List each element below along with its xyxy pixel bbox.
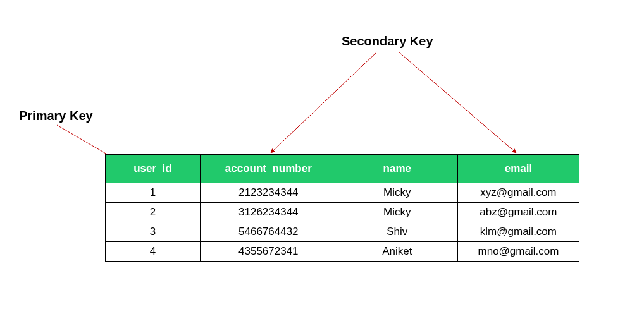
cell-account-number: 2123234344 [200,183,337,203]
cell-account-number: 3126234344 [200,203,337,222]
table-row: 3 5466764432 Shiv klm@gmail.com [106,222,579,242]
arrow-secondary-to-account [271,52,377,153]
table-row: 1 2123234344 Micky xyz@gmail.com [106,183,579,203]
cell-account-number: 4355672341 [200,242,337,262]
cell-user-id: 2 [106,203,201,222]
table-header-row: user_id account_number name email [106,155,579,183]
cell-name: Micky [337,203,457,222]
cell-email: abz@gmail.com [457,203,579,222]
table-row: 2 3126234344 Micky abz@gmail.com [106,203,579,222]
table-row: 4 4355672341 Aniket mno@gmail.com [106,242,579,262]
cell-email: mno@gmail.com [457,242,579,262]
primary-key-label: Primary Key [19,109,93,123]
cell-email: xyz@gmail.com [457,183,579,203]
cell-email: klm@gmail.com [457,222,579,242]
cell-user-id: 1 [106,183,201,203]
col-header-name: name [337,155,457,183]
cell-name: Shiv [337,222,457,242]
cell-name: Aniket [337,242,457,262]
col-header-user-id: user_id [106,155,201,183]
secondary-key-label: Secondary Key [342,34,433,49]
arrow-secondary-to-email [399,52,516,153]
keys-table: user_id account_number name email 1 2123… [105,154,579,262]
cell-account-number: 5466764432 [200,222,337,242]
col-header-email: email [457,155,579,183]
cell-user-id: 3 [106,222,201,242]
cell-user-id: 4 [106,242,201,262]
col-header-account-number: account_number [200,155,337,183]
cell-name: Micky [337,183,457,203]
